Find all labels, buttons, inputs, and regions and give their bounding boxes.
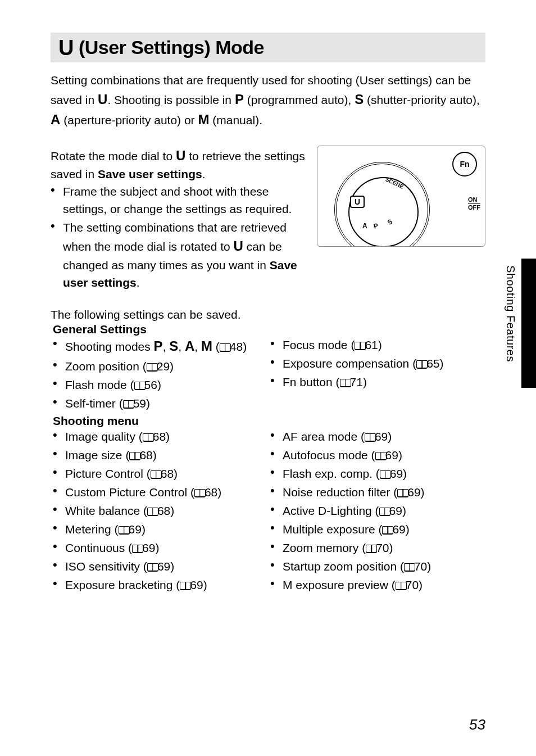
section-title-bar: U (User Settings) Mode <box>51 33 485 62</box>
page-ref: 69 <box>119 523 142 536</box>
setting-item: Picture Control (68) <box>51 465 268 482</box>
rotate-bullets: Frame the subject and shoot with these s… <box>51 183 306 291</box>
page-ref: 70 <box>396 578 419 591</box>
page-ref: 61 <box>355 338 378 351</box>
book-icon <box>404 563 415 572</box>
intro-paragraph: Setting combinations that are frequently… <box>51 71 485 130</box>
setting-item: Shooting modes P, S, A, M (48) <box>51 336 268 356</box>
page-ref: 69 <box>379 504 402 517</box>
book-icon <box>129 452 140 460</box>
page-ref: 70 <box>404 560 427 573</box>
book-icon <box>151 470 162 479</box>
page-ref: 69 <box>375 449 398 461</box>
rotate-bullet-2: The setting combinations that are retrie… <box>51 219 306 291</box>
shooting-left-col: Image quality (68)Image size (68)Picture… <box>51 428 268 595</box>
setting-item: Startup zoom position (70) <box>268 558 485 575</box>
setting-item: Exposure bracketing (69) <box>51 576 268 594</box>
mode-u: U <box>98 92 107 107</box>
page-ref: 68 <box>143 430 166 443</box>
book-icon <box>397 489 408 497</box>
book-icon <box>379 508 390 516</box>
book-icon <box>143 433 154 442</box>
page-ref: 69 <box>380 467 403 480</box>
title-mode-glyph: U <box>58 36 74 60</box>
mode-dial-illustration: U SCENE P S A Fn ONOFF <box>317 146 485 247</box>
setting-item: Continuous (69) <box>51 539 268 556</box>
book-icon <box>147 363 158 372</box>
book-icon <box>147 563 158 572</box>
page-ref: 48 <box>220 340 243 353</box>
setting-item: Zoom memory (70) <box>268 539 485 556</box>
setting-item: Focus mode (61) <box>268 336 485 354</box>
page-number: 53 <box>469 716 485 734</box>
title-text: (User Settings) Mode <box>74 37 264 58</box>
book-icon <box>147 508 158 516</box>
shooting-menu-heading: Shooting menu <box>53 414 485 428</box>
general-settings-columns: Shooting modes P, S, A, M (48)Zoom posit… <box>51 336 485 413</box>
page-ref: 71 <box>340 375 363 388</box>
page-ref: 68 <box>151 467 174 480</box>
page-ref: 56 <box>134 378 157 391</box>
book-icon <box>340 379 351 387</box>
setting-item: Flash exp. comp. (69) <box>268 465 485 482</box>
mode-u-inline: U <box>176 148 185 163</box>
book-icon <box>355 342 366 350</box>
save-user-settings-bold: Save user settings <box>98 168 202 180</box>
page-ref: 68 <box>147 504 170 517</box>
book-icon <box>366 545 377 553</box>
setting-item: Self-timer (59) <box>51 395 268 412</box>
setting-item: Multiple exposure (69) <box>268 520 485 538</box>
mode-s: S <box>355 92 364 107</box>
page-ref: 69 <box>180 578 203 591</box>
page-ref: 69 <box>397 486 420 499</box>
page-ref: 69 <box>365 430 388 443</box>
general-left-col: Shooting modes P, S, A, M (48)Zoom posit… <box>51 336 268 413</box>
on-off-label: ONOFF <box>468 197 480 211</box>
book-icon <box>416 360 428 369</box>
setting-item: Flash mode (56) <box>51 376 268 393</box>
dial-inner <box>348 177 419 247</box>
book-icon <box>375 452 387 460</box>
setting-item: ISO sensitivity (69) <box>51 558 268 575</box>
setting-item: Image size (68) <box>51 446 268 464</box>
setting-item: Metering (69) <box>51 520 268 538</box>
book-icon <box>132 545 143 553</box>
book-icon <box>365 433 376 442</box>
mode-p: P <box>235 92 244 107</box>
book-icon <box>119 526 130 535</box>
page-ref: 70 <box>366 541 389 554</box>
setting-item: White balance (68) <box>51 502 268 519</box>
setting-item: Fn button (71) <box>268 373 485 391</box>
setting-item: Custom Picture Control (68) <box>51 483 268 501</box>
book-icon <box>194 489 206 497</box>
rotate-section: Rotate the mode dial to U to retrieve th… <box>51 146 485 293</box>
page-ref: 69 <box>382 523 405 536</box>
page-ref: 69 <box>132 541 155 554</box>
page-ref: 69 <box>147 560 170 573</box>
book-icon <box>134 382 146 390</box>
setting-item: Zoom position (29) <box>51 357 268 375</box>
side-section-label: Shooting Features <box>504 265 517 362</box>
setting-item: Active D-Lighting (69) <box>268 502 485 519</box>
page-ref: 68 <box>129 449 152 461</box>
setting-item: Image quality (68) <box>51 428 268 445</box>
general-right-col: Focus mode (61)Exposure compensation (65… <box>268 336 485 413</box>
shooting-right-col: AF area mode (69)Autofocus mode (69)Flas… <box>268 428 485 595</box>
fn-button-icon: Fn <box>452 152 477 176</box>
section-title: U (User Settings) Mode <box>58 36 478 60</box>
book-icon <box>396 582 407 590</box>
shooting-menu-columns: Image quality (68)Image size (68)Picture… <box>51 428 485 595</box>
book-icon <box>380 470 391 479</box>
mode-a: A <box>51 112 60 127</box>
mode-m: M <box>198 112 209 127</box>
setting-item: AF area mode (69) <box>268 428 485 445</box>
side-tab-marker <box>521 259 536 388</box>
page-ref: 29 <box>147 360 170 373</box>
setting-item: Noise reduction filter (69) <box>268 483 485 501</box>
dial-u-marker: U <box>350 196 365 208</box>
book-icon <box>180 582 191 590</box>
page-ref: 68 <box>194 486 217 499</box>
setting-item: Exposure compensation (65) <box>268 355 485 372</box>
setting-item: Autofocus mode (69) <box>268 446 485 464</box>
setting-item: M exposure preview (70) <box>268 576 485 594</box>
